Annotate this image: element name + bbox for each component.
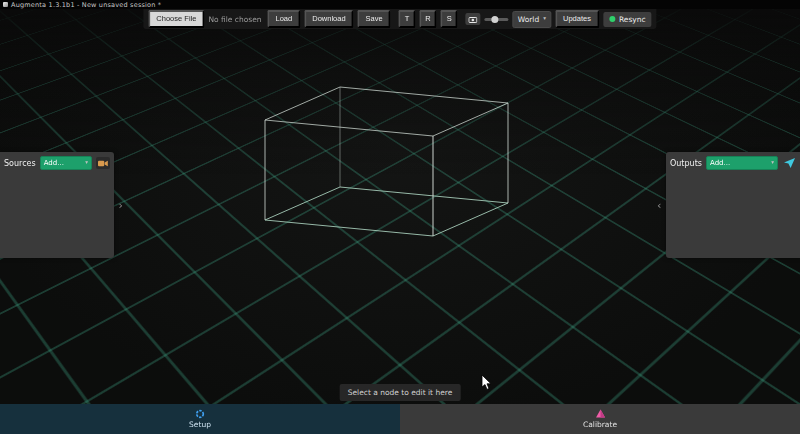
outputs-panel-header: Outputs Add... ▾	[666, 152, 800, 173]
outputs-collapse-chevron[interactable]: ‹	[657, 200, 661, 211]
tab-calibrate-label: Calibrate	[583, 421, 617, 429]
rotate-mode-button[interactable]: R	[419, 10, 436, 28]
outputs-panel-title: Outputs	[670, 159, 702, 168]
camera-icon	[469, 16, 478, 23]
outputs-add-select[interactable]: Add... ▾	[706, 156, 778, 170]
resync-button[interactable]: Resync	[603, 12, 652, 27]
tab-calibrate[interactable]: Calibrate	[400, 404, 800, 434]
main-toolbar: Choose File No file chosen Load Download…	[143, 9, 656, 29]
add-camera-button[interactable]	[96, 157, 110, 169]
snapshot-button[interactable]	[466, 13, 481, 25]
space-select-value: World	[518, 15, 540, 24]
online-status-dot-icon	[609, 16, 615, 22]
file-status-text: No file chosen	[208, 15, 261, 24]
updates-button[interactable]: Updates	[555, 10, 599, 28]
send-icon	[784, 158, 795, 168]
sources-add-select[interactable]: Add... ▾	[40, 156, 92, 170]
calibrate-icon	[595, 409, 606, 419]
load-button[interactable]: Load	[268, 10, 301, 28]
sources-add-value: Add...	[44, 159, 64, 167]
download-button[interactable]: Download	[304, 10, 353, 28]
scale-mode-button[interactable]: S	[441, 10, 458, 28]
save-button[interactable]: Save	[358, 10, 391, 28]
chevron-down-icon: ▾	[85, 160, 88, 166]
view-slider[interactable]	[485, 13, 509, 25]
slider-thumb[interactable]	[492, 16, 499, 23]
video-camera-icon	[98, 160, 108, 167]
choose-file-button[interactable]: Choose File	[148, 10, 204, 28]
outputs-panel: Outputs Add... ▾ ‹	[666, 152, 800, 258]
sources-panel-header: Sources Add... ▾	[0, 152, 114, 173]
sources-panel-title: Sources	[4, 159, 36, 168]
translate-mode-button[interactable]: T	[399, 10, 416, 28]
sources-panel: Sources Add... ▾ ›	[0, 152, 114, 258]
tab-setup[interactable]: Setup	[0, 404, 400, 434]
tab-setup-label: Setup	[189, 421, 211, 429]
window-title: Augmenta 1.3.1b1 - New unsaved session *	[11, 1, 161, 9]
app-logo-icon	[3, 2, 8, 7]
resync-label: Resync	[619, 15, 646, 24]
chevron-down-icon: ▾	[771, 160, 774, 166]
sources-collapse-chevron[interactable]: ›	[119, 200, 123, 211]
outputs-add-value: Add...	[710, 159, 730, 167]
mode-tab-bar: Setup Calibrate	[0, 404, 800, 434]
setup-icon	[195, 409, 205, 419]
space-select[interactable]: World ▾	[513, 11, 551, 28]
window-titlebar: Augmenta 1.3.1b1 - New unsaved session *	[0, 0, 800, 9]
add-output-button[interactable]	[782, 157, 796, 169]
mouse-cursor	[481, 375, 493, 391]
chevron-down-icon: ▾	[543, 16, 546, 22]
node-edit-hint: Select a node to edit it here	[340, 384, 461, 401]
